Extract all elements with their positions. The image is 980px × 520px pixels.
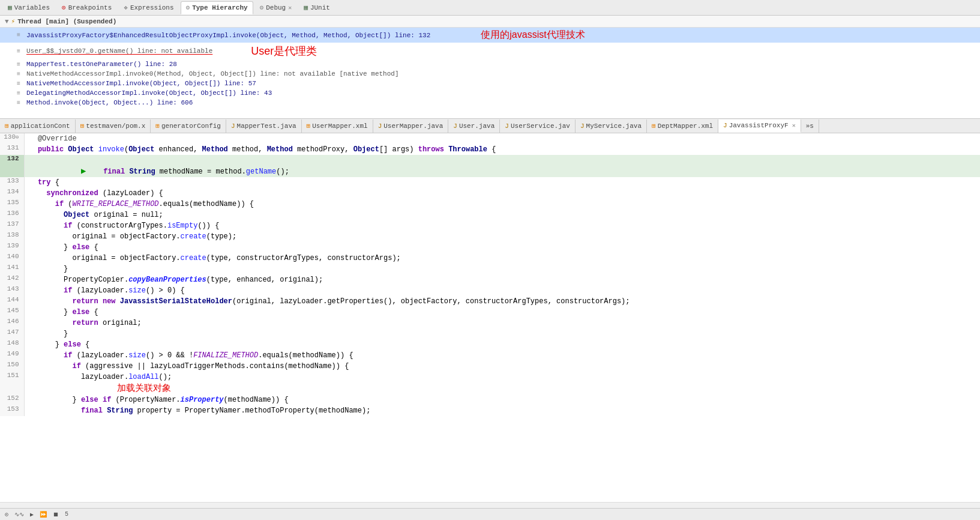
line-num-150: 150: [0, 361, 24, 372]
code-token: Throwable: [448, 145, 487, 154]
top-tab-bar: ▦ Variables ⊙ Breakpoints ❖ Expressions …: [0, 0, 980, 16]
code-token: public: [38, 145, 64, 154]
line-content-141: }: [24, 264, 980, 274]
stack-item-3[interactable]: ≡ NativeMethodAccessorImpl.invoke0(Metho…: [0, 69, 980, 79]
xml-icon-4: ⊞: [652, 122, 656, 130]
file-tab-userservice[interactable]: J UserService.jav: [500, 119, 576, 133]
thread-expand-icon[interactable]: ▼: [5, 18, 9, 25]
code-line-142: 142 PropertyCopier.copyBeanProperties(ty…: [0, 274, 980, 285]
line-num-139: 139: [0, 242, 24, 253]
java-icon-1: J: [378, 122, 382, 130]
code-token: if: [64, 351, 72, 360]
stack-item-2[interactable]: ≡ MapperTest.testOneParameter() line: 28: [0, 59, 980, 69]
java-icon-4: J: [580, 122, 585, 130]
junit-icon: ▦: [304, 4, 308, 11]
tab-breakpoints-label: Breakpoints: [68, 4, 112, 11]
file-tab-label-5: UserMapper.java: [383, 122, 443, 130]
status-play-icon[interactable]: ▶: [30, 511, 34, 518]
stack-header: ▼ ⚡ Thread [main] (Suspended): [0, 16, 980, 28]
status-stop-icon[interactable]: ⏹: [53, 511, 59, 518]
status-count: 5: [65, 511, 68, 518]
line-content-146: return original;: [24, 318, 980, 328]
code-token: final: [81, 407, 103, 415]
line-num-134: 134: [0, 188, 24, 199]
code-token: Method: [267, 145, 293, 154]
tab-debug[interactable]: ⚙ Debug ✕: [254, 1, 298, 14]
scrollbar-x[interactable]: [0, 502, 980, 508]
stack-frame-text-4: NativeMethodAccessorImpl.invoke(Object, …: [26, 80, 256, 87]
stack-item-0[interactable]: ≡ JavassistProxyFactory$EnhancedResultOb…: [0, 28, 980, 43]
java-icon-3: J: [505, 122, 509, 130]
line-num-147: 147: [0, 328, 24, 339]
code-line-149: 149 if (lazyLoader.size() > 0 && !FINALI…: [0, 350, 980, 361]
code-token: Object: [128, 145, 154, 154]
file-tab-myservice[interactable]: J MyService.java: [576, 119, 647, 133]
stack-frame-text-1: User_$$_jvstd07_0.getName() line: not av…: [26, 47, 212, 55]
stack-item-1[interactable]: ≡ User_$$_jvstd07_0.getName() line: not …: [0, 43, 980, 59]
code-token: JavassistSerialStateHolder: [120, 297, 232, 306]
tab-junit[interactable]: ▦ JUnit: [298, 1, 335, 14]
file-tab-mappertest[interactable]: J MapperTest.java: [226, 119, 302, 133]
line-content-131: public Object invoke(Object enhanced, Me…: [24, 144, 980, 155]
stack-frame-icon-0: ≡: [17, 32, 24, 38]
type-hierarchy-icon: ⚙: [186, 4, 190, 11]
status-fast-forward-icon[interactable]: ⏩: [40, 511, 47, 518]
current-line-arrow: ▶: [81, 166, 86, 176]
line-content-134: synchronized (lazyLoader) {: [24, 188, 980, 199]
code-token: if: [64, 222, 72, 230]
tab-expressions[interactable]: ❖ Expressions: [118, 1, 179, 14]
code-token: invoke: [98, 145, 124, 154]
line-num-136: 136: [0, 210, 24, 220]
code-token: isProperty: [181, 396, 224, 404]
stack-frame-icon-3: ≡: [17, 71, 24, 77]
file-tab-javassist[interactable]: J JavassistProxyF ✕: [718, 119, 801, 133]
code-line-145: 145 } else {: [0, 307, 980, 318]
code-token: throws: [418, 145, 444, 154]
line-num-132: 132: [0, 155, 24, 177]
tab-breakpoints[interactable]: ⊙ Breakpoints: [56, 1, 117, 14]
code-editor: 130⊖ @Override 131 public Object invoke(…: [0, 133, 980, 508]
file-tab-usermapper-java[interactable]: J UserMapper.java: [373, 119, 449, 133]
file-tab-user-java[interactable]: J User.java: [448, 119, 500, 133]
file-tab-close-icon[interactable]: ✕: [792, 122, 796, 129]
file-tab-applicationcont[interactable]: ⊞ applicationCont: [0, 119, 76, 133]
file-tab-label-2: generatorConfig: [161, 122, 221, 130]
stack-item-5[interactable]: ≡ DelegatingMethodAccessorImpl.invoke(Ob…: [0, 88, 980, 98]
line-content-151: lazyLoader.loadAll(); 加载关联对象: [24, 372, 980, 395]
tab-expressions-label: Expressions: [130, 4, 174, 11]
code-token: getName: [246, 168, 276, 176]
code-token: if: [73, 362, 81, 370]
file-tab-more[interactable]: »s: [801, 119, 819, 133]
code-table: 130⊖ @Override 131 public Object invoke(…: [0, 133, 980, 416]
line-content-138: original = objectFactory.create(type);: [24, 231, 980, 242]
line-content-153: final String property = PropertyNamer.me…: [24, 405, 980, 416]
line-content-142: PropertyCopier.copyBeanProperties(type, …: [24, 274, 980, 285]
line-num-137: 137: [0, 220, 24, 231]
tab-type-hierarchy[interactable]: ⚙ Type Hierarchy: [181, 1, 253, 14]
stack-frame-icon-4: ≡: [17, 80, 24, 87]
javassist-annotation: 使用的javassist代理技术: [481, 29, 585, 41]
line-num-149: 149: [0, 350, 24, 361]
file-tab-label-10: JavassistProxyF: [729, 122, 789, 129]
tab-debug-label: Debug: [266, 4, 286, 11]
file-tab-deptmapper[interactable]: ⊞ DeptMapper.xml: [647, 119, 718, 133]
code-token: else if: [81, 396, 111, 404]
file-tab-generatorconfig[interactable]: ⊞ generatorConfig: [151, 119, 226, 133]
debug-close-icon[interactable]: ✕: [288, 4, 292, 11]
line-content-149: if (lazyLoader.size() > 0 && !FINALIZE_M…: [24, 350, 980, 361]
line-num-131: 131: [0, 144, 24, 155]
stack-item-4[interactable]: ≡ NativeMethodAccessorImpl.invoke(Object…: [0, 79, 980, 88]
file-tab-label-7: UserService.jav: [511, 122, 570, 130]
file-tab-pom[interactable]: ⊞ testmaven/pom.x: [76, 119, 151, 133]
code-line-150: 150 if (aggressive || lazyLoadTriggerMet…: [0, 361, 980, 372]
stack-item-6[interactable]: ≡ Method.invoke(Object, Object...) line:…: [0, 98, 980, 107]
stack-item-wrapper-1: ≡ JavassistProxyFactory$EnhancedResultOb…: [0, 28, 980, 43]
tab-variables[interactable]: ▦ Variables: [2, 1, 55, 14]
code-token: else: [73, 308, 90, 316]
status-debug-icon[interactable]: ⊙: [5, 511, 8, 518]
file-tab-usermapper-xml[interactable]: ⊞ UserMapper.xml: [302, 119, 373, 133]
code-line-144: 144 return new JavassistSerialStateHolde…: [0, 296, 980, 307]
ide-window: ▦ Variables ⊙ Breakpoints ❖ Expressions …: [0, 0, 980, 520]
xml-icon-0: ⊞: [5, 122, 9, 130]
code-token: create: [181, 232, 206, 241]
